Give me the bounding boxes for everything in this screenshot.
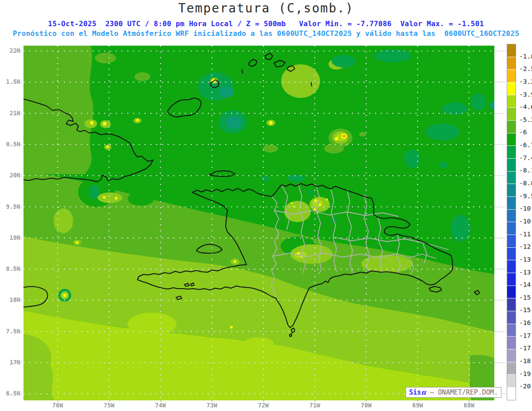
lon-label: 73W [199,402,225,409]
shade-c-patch [54,208,73,233]
subtitle-model-info: Pronóstico con el Modelo Atmósferico WRF… [0,29,532,38]
colorbar-cell [507,273,516,286]
lon-tick [57,400,59,402]
lat-tick [12,51,22,51]
lon-tick [160,400,161,402]
shade-f-patch [404,149,420,168]
lon-tick [109,400,110,402]
colorbar-cell [507,146,516,159]
shade-f-patch [471,94,485,110]
lat-tick [495,82,505,82]
lon-label: 76W [44,402,71,409]
warm-spot [76,241,78,244]
page-title: Temperatura (C,somb.) [0,1,532,16]
warm-spot [291,202,293,204]
warm-spot [326,199,328,201]
colorbar-tick-label: -15.1 [519,294,532,301]
lon-label: 70W [353,402,379,409]
lat-tick [12,331,22,332]
lat-tick [12,82,22,82]
shade-f-patch [307,190,313,195]
brand-sis: Sis [409,388,421,396]
lat-tick [495,144,505,145]
warm-halo [98,192,122,203]
credit-text: – ONAMET/REP.DOM. [426,388,498,396]
colorbar-cell [507,197,516,210]
shade-f-patch [287,175,305,182]
lat-tick [12,238,22,239]
colorbar-cell [507,70,516,82]
warm-spot [115,197,117,200]
warm-spot [63,294,66,297]
warm-spot [234,260,236,263]
lat-tick [495,207,505,207]
shade-g-patch [225,116,242,129]
colorbar-cell [507,172,516,184]
lon-tick [469,400,470,402]
colorbar-cell [507,82,516,95]
shade-d-patch [62,68,74,75]
shade-d-patch [95,53,116,63]
colorbar-tick-label: -8.8 [519,180,532,187]
colorbar-tick-label: -14.4 [519,281,532,288]
shade-f-patch [426,124,459,141]
lat-tick [495,269,505,270]
colorbar-cell [507,159,516,172]
colorbar-cell [507,298,516,311]
colorbar-tick-label: -3.2 [519,78,532,85]
colorbar-cell [507,248,516,261]
warm-spot [136,119,139,121]
colorbar-tick-label: -1.8 [519,53,532,60]
lat-tick [12,362,22,363]
colorbar-cell [507,133,516,146]
shade-f-patch [442,102,468,115]
lon-label: 74W [147,402,174,409]
forecast-page: { "header": { "title": "Temperatura (C,s… [0,0,532,411]
colorbar-cell [507,337,516,349]
colorbar-tick-label: -9.5 [519,192,532,200]
colorbar-cell [507,95,516,108]
shade-b-patch [128,313,176,336]
colorbar-cell [507,311,516,324]
shade-f-patch [261,176,269,181]
colorbar-tick-label: -13.7 [519,269,532,276]
lat-tick [12,175,22,176]
colorbar-tick-label: -11.6 [519,231,532,238]
lon-tick [314,400,316,402]
shade-d-patch [134,72,150,81]
colorbar-cell [507,121,516,133]
colorbar-cell [507,108,516,121]
lat-tick [495,362,505,363]
colorbar-tick-label: -15.8 [519,306,532,313]
shade-g-patch [219,87,234,98]
warm-spot [90,121,94,125]
brand-pi-icon: π [421,388,426,396]
shade-d-patch [359,132,366,137]
shade-d-patch [263,145,278,153]
colorbar-cell [507,388,516,400]
colorbar-tick-label: -6.7 [519,141,532,149]
warm-spot [314,208,316,211]
lon-label: 68W [456,402,482,409]
lon-tick [417,400,419,402]
temperature-contour-map [23,46,494,400]
colorbar-tick-label: -2.5 [519,65,532,72]
colorbar-cell [507,44,516,57]
shade-e-patch [128,192,154,206]
lat-tick [495,175,505,176]
colorbar-cell [507,324,516,337]
subtitle-validtime: 15-Oct-2025 2300 UTC / 8:00 pm Hora Loca… [0,20,532,28]
colorbar-tick-label: -13 [519,256,531,263]
colorbar-cell [507,210,516,223]
colorbar-tick-label: -7.4 [519,154,532,161]
colorbar-cell [507,362,516,375]
lat-tick [495,51,505,51]
lat-tick [495,238,505,239]
colorbar-tick-label: -6 [519,129,527,136]
colorbar-tick-label: -4.6 [519,103,532,110]
colorbar-tick-label: -18.6 [519,357,532,364]
temperature-colorbar [507,44,516,400]
colorbar-tick-label: -17.9 [519,344,532,352]
colorbar-tick-label: -10.2 [519,205,532,212]
colorbar-cell [507,286,516,299]
